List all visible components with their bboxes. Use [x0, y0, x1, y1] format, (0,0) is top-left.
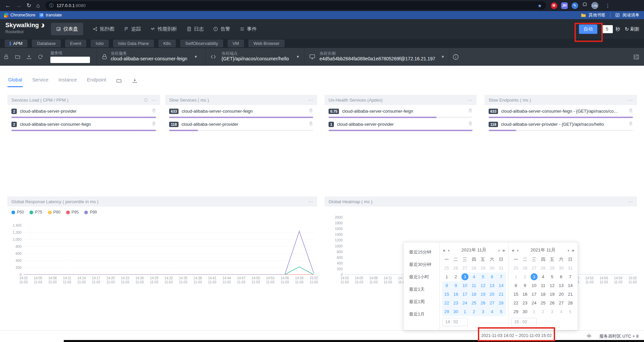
quick-range-option[interactable]: 最近30分钟	[404, 260, 439, 272]
nav-item-topology[interactable]: 拓扑图	[93, 26, 115, 32]
calendar-day[interactable]: 24	[530, 299, 539, 307]
download-icon[interactable]	[26, 54, 32, 60]
calendar-day[interactable]: 4	[539, 273, 548, 281]
legend-item-p75[interactable]: P75	[30, 210, 42, 215]
calendar-day[interactable]: 4	[488, 307, 497, 316]
copy-icon[interactable]	[629, 121, 633, 127]
browser-menu-icon[interactable]: ⋮	[605, 3, 610, 9]
calendar-day[interactable]: 2	[469, 307, 479, 316]
current-endpoint-value[interactable]: {GET}/api/nacos/consumer/hello	[221, 56, 289, 61]
calendar-day[interactable]: 15	[442, 290, 451, 299]
calendar-day[interactable]: 27	[557, 299, 566, 307]
copy-icon[interactable]	[468, 121, 473, 127]
more-menu-icon[interactable]: ⋯	[151, 97, 156, 103]
tab-endpoint[interactable]: Endpoint	[87, 77, 106, 84]
chevron-down-icon[interactable]: ▼	[296, 55, 300, 59]
prev-year-icon[interactable]: «	[510, 248, 515, 253]
template-istio-data-plane[interactable]: Istio Data Plane	[113, 40, 154, 47]
current-instance-value[interactable]: e4d5a54bb2684fa089e0a1e87805269f@172.16.…	[319, 56, 435, 61]
calendar-day[interactable]: 5	[548, 273, 557, 281]
refresh-button[interactable]: ↻ 刷新	[625, 26, 639, 32]
calendar-day[interactable]: 14	[497, 281, 506, 290]
calendar-day[interactable]: 21	[566, 290, 575, 299]
calendar-day[interactable]: 25	[511, 264, 521, 273]
calendar-day[interactable]: 23	[521, 299, 530, 307]
calendar-day[interactable]: 9	[451, 281, 460, 290]
nav-item-alarm[interactable]: 告警	[213, 26, 230, 32]
calendar-day[interactable]: 11	[469, 281, 479, 290]
template-event[interactable]: Event	[65, 40, 86, 47]
address-bar[interactable]: ⓘ 127.0.0.1 :8080 ★	[45, 1, 546, 10]
current-service-value[interactable]: cloud-alibaba-server-consumer-feign	[111, 56, 187, 61]
calendar-day[interactable]: 3	[460, 273, 469, 281]
service-group-input[interactable]	[50, 57, 90, 63]
more-menu-icon[interactable]: ⋯	[628, 199, 633, 204]
calendar-day[interactable]: 2	[539, 307, 548, 316]
chevron-down-icon[interactable]: ▼	[441, 55, 445, 59]
calendar-day[interactable]: 12	[479, 281, 488, 290]
calendar-day[interactable]: 17	[460, 290, 469, 299]
calendar-day[interactable]: 8	[442, 281, 451, 290]
more-menu-icon[interactable]: ⋯	[628, 97, 633, 103]
calendar-day[interactable]: 28	[566, 299, 575, 307]
extensions-puzzle-icon[interactable]	[582, 2, 588, 9]
tab-global[interactable]: Global	[8, 77, 22, 84]
calendar-day[interactable]: 20	[488, 290, 497, 299]
calendar-day[interactable]: 17	[530, 290, 539, 299]
next-year-icon[interactable]: »	[501, 248, 506, 253]
site-info-icon[interactable]: ⓘ	[49, 3, 54, 9]
calendar-day[interactable]: 26	[479, 299, 488, 307]
calendar-day[interactable]: 21	[497, 290, 506, 299]
calendar-day[interactable]: 3	[530, 273, 539, 281]
extension-m-icon[interactable]: M	[551, 2, 557, 9]
quick-range-option[interactable]: 最近1小时	[404, 272, 439, 284]
calendar-day[interactable]: 25	[469, 299, 479, 307]
calendar-day[interactable]: 31	[497, 264, 506, 273]
prev-month-icon[interactable]: ‹	[516, 248, 520, 253]
calendar-day[interactable]: 27	[460, 264, 469, 273]
calendar-day[interactable]: 29	[511, 307, 521, 316]
reading-list-label[interactable]: 阅读清单	[623, 12, 639, 18]
bookmark-translate[interactable]: 译 translate	[39, 13, 62, 17]
extension-jh-icon[interactable]: JH	[561, 2, 568, 9]
calendar-day[interactable]: 15	[511, 290, 521, 299]
calendar-day[interactable]: 3	[479, 307, 488, 316]
calendar-day[interactable]: 27	[488, 299, 497, 307]
nav-item-trace[interactable]: 追踪	[124, 26, 141, 32]
calendar-day[interactable]: 18	[469, 290, 479, 299]
calendar-day[interactable]: 18	[539, 290, 548, 299]
calendar-day[interactable]: 12	[548, 281, 557, 290]
calendar-day[interactable]: 26	[521, 264, 530, 273]
calendar-day[interactable]: 4	[469, 273, 479, 281]
more-menu-icon[interactable]: ⋯	[308, 199, 313, 204]
bookmark-star-icon[interactable]: ★	[538, 3, 542, 8]
legend-item-p90[interactable]: P90	[48, 210, 60, 215]
quick-range-option[interactable]: 最近15分钟	[404, 247, 439, 260]
calendar-day[interactable]: 26	[451, 264, 460, 273]
language-toggle[interactable]: 中	[587, 333, 591, 339]
legend-item-p50[interactable]: P50	[11, 210, 24, 215]
bookmark-chromestore[interactable]: ChromeStore	[4, 13, 35, 17]
tabs-folder-icon[interactable]	[116, 78, 122, 83]
calendar-day[interactable]: 2	[451, 273, 460, 281]
back-icon[interactable]: ←	[5, 3, 11, 8]
calendar-day[interactable]: 29	[548, 264, 557, 273]
calendar-day[interactable]: 13	[488, 281, 497, 290]
calendar-day[interactable]: 29	[442, 307, 451, 316]
calendar-day[interactable]: 2	[521, 273, 530, 281]
time-input[interactable]: 14 : 02	[442, 318, 468, 326]
calendar-day[interactable]: 7	[497, 273, 506, 281]
time-input[interactable]: 15 : 02	[511, 318, 537, 326]
template-k8s[interactable]: K8s	[158, 40, 176, 47]
calendar-day[interactable]: 24	[460, 299, 469, 307]
calendar-day[interactable]: 29	[479, 264, 488, 273]
calendar-day[interactable]: 1	[530, 307, 539, 316]
calendar-day[interactable]: 26	[548, 299, 557, 307]
legend-item-p99[interactable]: P99	[84, 210, 97, 215]
reload-icon[interactable]: ↻	[27, 3, 31, 8]
calendar-day[interactable]: 16	[521, 290, 530, 299]
calendar-day[interactable]: 10	[460, 281, 469, 290]
calendar-day[interactable]: 22	[442, 299, 451, 307]
template-selfobservability[interactable]: SelfObservability	[180, 40, 223, 47]
tab-service[interactable]: Service	[32, 77, 48, 84]
